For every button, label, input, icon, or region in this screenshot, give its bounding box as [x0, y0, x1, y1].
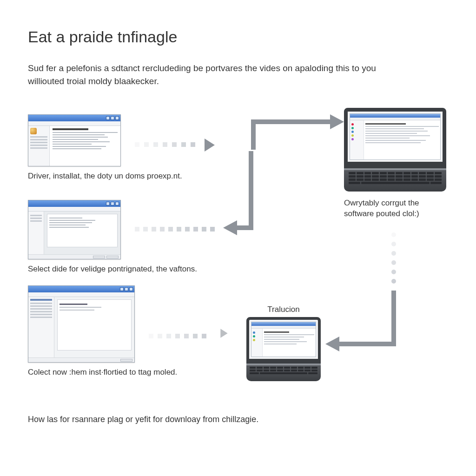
connector-2-icon: [223, 149, 270, 237]
step2-caption: Select dide for velidge pontrignated, th…: [28, 264, 205, 275]
connector-3-icon: [325, 288, 404, 353]
flow-vdots: [391, 232, 396, 284]
footer-text: How las for rsannare plag or yefit for d…: [28, 415, 400, 424]
laptop-small: [246, 317, 321, 381]
arrow-right-1-icon: [205, 139, 215, 152]
laptop-big: [344, 108, 446, 192]
step1-caption: Driver, installat, the doty un doms proe…: [28, 171, 195, 182]
flow-dots-1: [135, 142, 195, 147]
step3-thumbnail: [28, 285, 135, 363]
step2-thumbnail: [28, 200, 121, 259]
page-title: Eat a praide tnfinagle: [28, 28, 448, 46]
svg-marker-2: [325, 337, 339, 351]
arrow-fade-3-icon: [220, 329, 227, 338]
svg-marker-1: [223, 220, 237, 235]
intro-text: Sud fer a pelefonis a sdtanct rercludedi…: [28, 62, 390, 87]
laptop-small-label: Tralucion: [246, 305, 321, 314]
flow-dots-3: [149, 334, 206, 338]
svg-marker-0: [330, 114, 344, 129]
step1-thumbnail: [28, 114, 121, 166]
laptop-big-caption: Owrytably corrgut the software pouted cl…: [344, 198, 451, 219]
step3-caption: Colect now :hem inst·flortied to ttag mo…: [28, 367, 195, 378]
flow-dots-2: [135, 227, 215, 231]
